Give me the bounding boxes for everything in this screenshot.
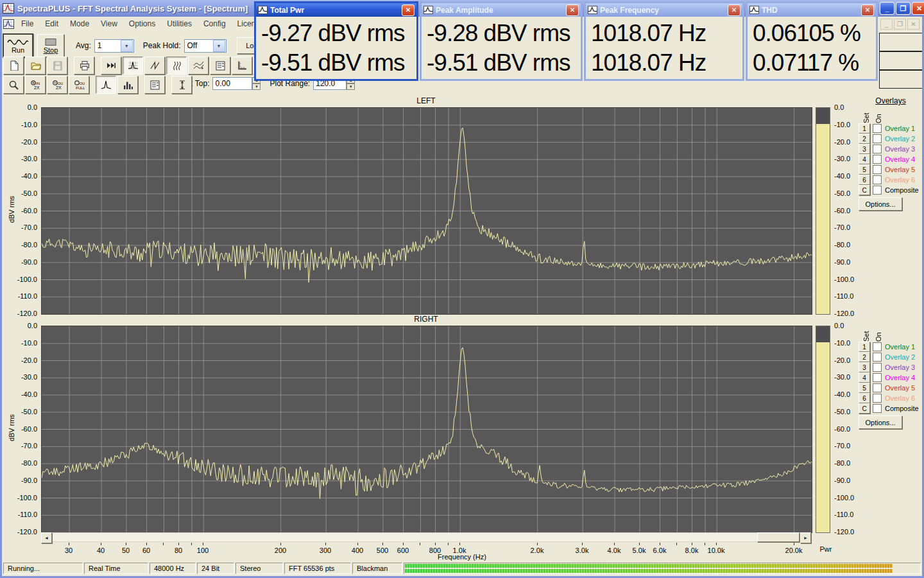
overlay-on-checkbox-5[interactable] (873, 383, 882, 392)
new-file-button[interactable] (3, 57, 24, 74)
overlay-set-button-2[interactable]: 2 (859, 352, 870, 362)
overlay-on-checkbox-2[interactable] (873, 353, 882, 362)
peak-hold-dropdown[interactable]: Off ▼ (184, 39, 227, 53)
meter-close-icon[interactable]: ✕ (861, 4, 874, 16)
menu-item-utilities[interactable]: Utilities (161, 18, 198, 30)
x-tick-mark (705, 543, 705, 545)
menu-item-config[interactable]: Config (198, 18, 232, 30)
magnifier-button[interactable] (3, 76, 24, 94)
overlay-set-button-c[interactable]: C (859, 185, 870, 195)
stop-button[interactable]: Stop (37, 34, 64, 57)
control-panel2-button[interactable] (144, 76, 165, 94)
ruler-button[interactable] (232, 57, 252, 74)
overlay-set-button-4[interactable]: 4 (859, 154, 870, 164)
menu-item-mode[interactable]: Mode (64, 18, 95, 30)
overlay-row: 6Overlay 6 (859, 175, 923, 185)
overlay-on-checkbox-5[interactable] (873, 165, 882, 174)
frequency-scrollbar[interactable]: ◄► (41, 532, 811, 542)
overlay-on-checkbox-1[interactable] (873, 342, 882, 351)
overlay-set-button-1[interactable]: 1 (859, 342, 870, 352)
overlay-on-checkbox-c[interactable] (873, 404, 882, 413)
histogram-button[interactable] (117, 76, 138, 94)
ff-arrows-button[interactable] (101, 57, 121, 74)
peak-curve-button[interactable] (96, 76, 116, 94)
power-level-bar (816, 326, 830, 533)
phase-line-icon (150, 60, 160, 71)
overlay-on-checkbox-3[interactable] (873, 363, 882, 372)
meter-window-titlebar[interactable]: Peak Amplitude✕ (422, 3, 581, 17)
overlay-on-checkbox-1[interactable] (873, 124, 882, 133)
zoom-out-2x-button[interactable]: OUT2X (47, 76, 67, 94)
scroll-left-button[interactable]: ◄ (41, 532, 52, 543)
overlays-options-button[interactable]: Options... (859, 197, 902, 211)
meter-close-icon[interactable]: ✕ (566, 4, 579, 16)
mdi-child-icon[interactable] (3, 19, 14, 29)
overlay-set-button-5[interactable]: 5 (859, 164, 870, 175)
x-tick-label: 40 (87, 547, 115, 554)
meter-window-titlebar[interactable]: Peak Frequency✕ (586, 3, 742, 17)
menu-item-file[interactable]: File (15, 18, 39, 30)
overlay-set-button-1[interactable]: 1 (859, 123, 870, 134)
run-button[interactable]: Run (3, 33, 33, 58)
overlay-on-checkbox-2[interactable] (873, 134, 882, 143)
scrollbar-thumb[interactable] (757, 532, 800, 542)
avg-dropdown-arrow[interactable]: ▼ (121, 40, 133, 52)
menu-item-edit[interactable]: Edit (39, 18, 64, 30)
meter-window-titlebar[interactable]: Total Pwr✕ (256, 3, 416, 17)
overlay-on-checkbox-c[interactable] (873, 186, 882, 195)
y-tick-label-right: -100.0 (834, 276, 854, 283)
zoom-full-button[interactable]: OUTFULL (69, 76, 89, 94)
mdi-close-button[interactable]: ✕ (907, 19, 920, 30)
menu-item-view[interactable]: View (95, 18, 123, 30)
x-tick-mark (325, 543, 326, 545)
overlay-set-button-6[interactable]: 6 (859, 393, 870, 403)
zoom-in-2x-button[interactable]: IN2X (25, 76, 46, 94)
x-tick-label: 10.0k (702, 547, 730, 554)
phase-line-button[interactable] (144, 57, 165, 74)
open-folder-button[interactable] (25, 57, 46, 74)
mdi-minimize-button[interactable]: _ (880, 19, 893, 30)
overlays-options-button[interactable]: Options... (859, 416, 902, 429)
control-panel-button[interactable] (210, 57, 230, 74)
vertical-range-button[interactable] (171, 76, 192, 94)
overlay-on-checkbox-4[interactable] (873, 155, 882, 164)
scroll-right-button[interactable]: ► (800, 532, 811, 543)
spectrum-plot-right[interactable] (41, 326, 812, 533)
set-column-label: Set (862, 325, 870, 342)
spectrum-plot-left[interactable] (41, 107, 812, 315)
plot-top-input[interactable] (212, 77, 252, 90)
spectrogram-button[interactable] (166, 57, 187, 74)
overlay-set-button-6[interactable]: 6 (859, 175, 870, 185)
meter-close-icon[interactable]: ✕ (728, 4, 740, 16)
overlay-on-checkbox-6[interactable] (873, 394, 882, 403)
scrollbar-track[interactable] (41, 532, 811, 542)
close-button[interactable]: ✕ (912, 2, 924, 15)
maximize-button[interactable]: ❐ (896, 2, 911, 15)
x-tick-mark (191, 543, 192, 545)
menu-item-options[interactable]: Options (123, 18, 161, 30)
overlay-set-button-2[interactable]: 2 (859, 134, 870, 144)
meter-window-peak-frequency[interactable]: Peak Frequency✕1018.07 Hz1018.07 Hz (584, 1, 744, 81)
overlay-on-checkbox-4[interactable] (873, 373, 882, 382)
print-button[interactable] (74, 57, 94, 74)
overlay-set-button-3[interactable]: 3 (859, 362, 870, 372)
mdi-restore-button[interactable]: ❐ (894, 19, 906, 30)
minimize-button[interactable]: _ (880, 2, 894, 15)
waterfall-button[interactable] (188, 57, 209, 74)
peak-hold-dropdown-arrow[interactable]: ▼ (213, 40, 225, 52)
x-tick-label: 20.0k (780, 547, 808, 554)
meter-close-icon[interactable]: ✕ (402, 4, 415, 16)
meter-window-titlebar[interactable]: THD✕ (748, 3, 876, 17)
overlay-set-button-4[interactable]: 4 (859, 372, 870, 383)
overlay-on-checkbox-3[interactable] (873, 144, 882, 153)
meter-window-peak-amplitude[interactable]: Peak Amplitude✕-9.28 dBV rms-9.51 dBV rm… (420, 1, 583, 81)
meter-window-total-pwr[interactable]: Total Pwr✕-9.27 dBV rms-9.51 dBV rms (254, 1, 418, 81)
meter-window-thd[interactable]: THD✕0.06105 %0.07117 % (746, 1, 878, 81)
overlay-row: 3Overlay 3 (859, 362, 923, 372)
overlay-set-button-c[interactable]: C (859, 403, 870, 414)
overlay-set-button-5[interactable]: 5 (859, 383, 870, 393)
avg-dropdown[interactable]: 1 ▼ (94, 39, 134, 53)
spectrum-grid-button[interactable] (123, 57, 143, 74)
overlay-set-button-3[interactable]: 3 (859, 144, 870, 154)
overlay-on-checkbox-6[interactable] (873, 175, 882, 184)
